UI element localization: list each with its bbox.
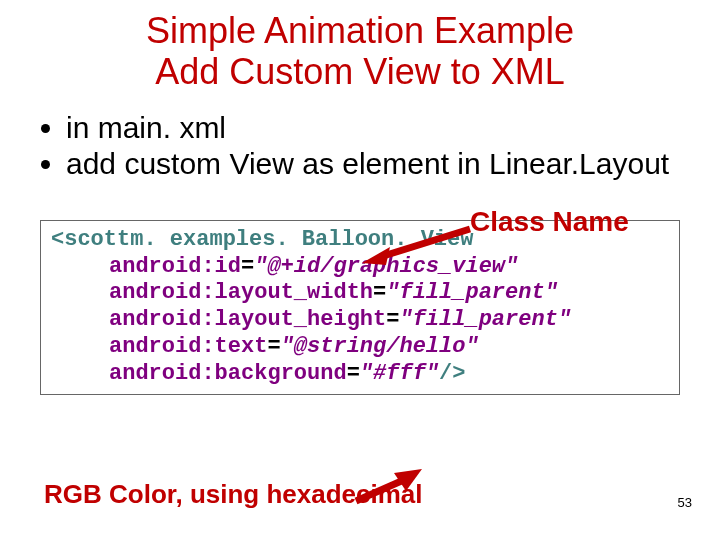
code-attr: android:layout_height [109, 307, 386, 332]
bullet-list: in main. xml add custom View as element … [40, 111, 680, 182]
code-line: android:layout_width="fill_parent" [51, 280, 673, 307]
bullet-1: in main. xml [66, 111, 680, 146]
label-rgb-color: RGB Color, using hexadecimal [44, 479, 423, 510]
svg-line-0 [380, 229, 470, 257]
bullet-2: add custom View as element in Linear.Lay… [66, 147, 680, 182]
code-line: android:text="@string/hello" [51, 334, 673, 361]
page-number: 53 [678, 495, 692, 510]
svg-marker-1 [362, 247, 390, 265]
arrow-icon [362, 225, 474, 267]
slide-title: Simple Animation Example Add Custom View… [40, 10, 680, 93]
code-block: <scottm. examples. Balloon. View android… [40, 220, 680, 395]
code-attr: android:text [109, 334, 267, 359]
code-line: android:background="#fff"/> [51, 361, 673, 388]
code-value: "@string/hello" [281, 334, 479, 359]
code-line: android:layout_height="fill_parent" [51, 307, 673, 334]
label-class-name: Class Name [470, 206, 629, 238]
code-value: "fill_parent" [399, 307, 571, 332]
slide: Simple Animation Example Add Custom View… [0, 0, 720, 540]
code-attr: android:background [109, 361, 347, 386]
title-line-1: Simple Animation Example [146, 10, 574, 51]
code-value: "fill_parent" [386, 280, 558, 305]
code-attr: android:id [109, 254, 241, 279]
code-attr: android:layout_width [109, 280, 373, 305]
title-line-2: Add Custom View to XML [155, 51, 565, 92]
code-value: "#fff" [360, 361, 439, 386]
